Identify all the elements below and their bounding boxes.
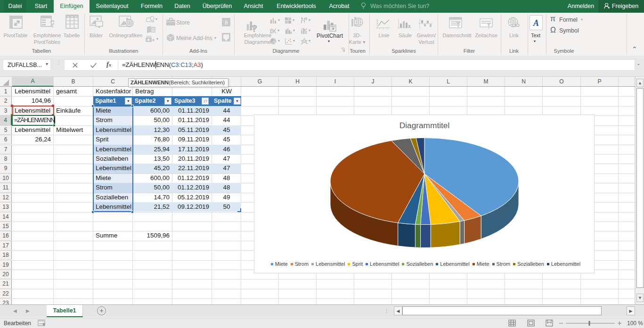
svg-text:?: ?	[49, 18, 54, 29]
svg-text:A: A	[533, 18, 539, 28]
svg-text:b: b	[225, 19, 228, 26]
svg-text:Diagrammtitel: Diagrammtitel	[399, 121, 450, 130]
svg-text:?: ?	[251, 23, 258, 33]
